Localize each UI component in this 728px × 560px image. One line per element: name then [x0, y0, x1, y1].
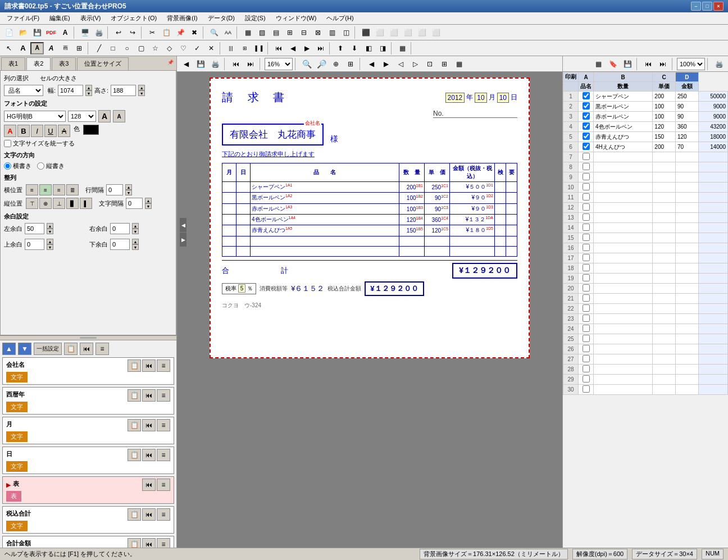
font-select[interactable]: HG明朝B — [4, 111, 66, 122]
tab-table2[interactable]: 表2 — [26, 57, 51, 70]
tb2-prev[interactable]: ⏮ — [272, 42, 285, 54]
ss-cell-d[interactable] — [698, 314, 727, 324]
tb-paste[interactable]: 📌 — [174, 26, 187, 39]
tb-search[interactable]: 🔍 — [207, 26, 221, 39]
ss-cell-c[interactable] — [675, 253, 698, 263]
ss-cell-c[interactable] — [675, 294, 698, 304]
v-align-mid[interactable]: ⊕ — [39, 198, 52, 209]
ss-cell-b[interactable] — [653, 193, 676, 203]
tb-split4[interactable]: ⬜ — [415, 26, 429, 39]
ss-cell-a[interactable] — [594, 304, 653, 314]
direction-vertical[interactable]: 縦書き — [37, 162, 65, 170]
rt-grid-btn[interactable]: ▦ — [592, 58, 605, 70]
ss-cell-b[interactable] — [653, 365, 676, 375]
ss-cell-c[interactable]: 250 — [675, 92, 698, 102]
canvas-bg-btn1[interactable]: ◀ — [365, 58, 378, 70]
tb-a[interactable]: A — [58, 26, 72, 39]
tab-table1[interactable]: 表1 — [1, 57, 25, 70]
ss-cell-a[interactable]: 4色ボールペン — [594, 122, 653, 132]
ss-row-print-checkbox[interactable] — [583, 345, 590, 352]
bp-item-total-btn2[interactable]: ⏮ — [142, 538, 156, 548]
ss-cell-d[interactable]: 43200 — [698, 122, 727, 132]
tb-open[interactable]: 📂 — [16, 26, 30, 39]
ss-row-print-checkbox[interactable] — [583, 355, 590, 362]
height-input[interactable] — [111, 85, 136, 96]
ss-cell-a[interactable] — [594, 213, 653, 223]
font-color-a-btn[interactable]: A — [4, 125, 16, 137]
font-bold-btn[interactable]: B — [17, 125, 30, 137]
tb-insert5[interactable]: ⊟ — [297, 26, 311, 39]
tb2-next2[interactable]: ⏭ — [314, 42, 327, 54]
ss-row-print-checkbox[interactable] — [583, 153, 590, 160]
ss-cell-b[interactable] — [653, 354, 676, 365]
ss-cell-b[interactable] — [653, 213, 676, 223]
ss-cell-a[interactable] — [594, 223, 653, 233]
ss-cell-a[interactable] — [594, 385, 653, 395]
tb-font[interactable]: AА — [221, 26, 235, 39]
ss-cell-c[interactable] — [675, 233, 698, 243]
bp-item-month-tag[interactable]: 文字 — [6, 431, 28, 442]
width-input[interactable] — [58, 85, 83, 96]
line-spacing-down-btn[interactable]: ▼ — [125, 190, 132, 195]
tb-split3[interactable]: ⬜ — [401, 26, 415, 39]
ss-cell-d[interactable] — [698, 223, 727, 233]
margin-bottom-up-btn[interactable]: ▲ — [132, 239, 139, 244]
bp-item-month-btn1[interactable]: 📋 — [128, 419, 141, 431]
ss-row-print-checkbox[interactable] — [583, 274, 590, 281]
height-up-btn[interactable]: ▲ — [138, 85, 145, 90]
tb2-nav4[interactable]: ◨ — [376, 42, 389, 54]
margin-left-down-btn[interactable]: ▼ — [47, 229, 53, 234]
ss-cell-a[interactable] — [594, 334, 653, 344]
tb2-roundrect[interactable]: ▢ — [134, 42, 148, 54]
ss-cell-a[interactable] — [594, 193, 653, 203]
margin-right-down-btn[interactable]: ▼ — [132, 229, 139, 234]
height-down-btn[interactable]: ▼ — [138, 90, 145, 96]
ss-cell-b[interactable] — [653, 233, 676, 243]
rt-bookmark-btn[interactable]: 🔖 — [606, 58, 620, 70]
tb-insert8[interactable]: ◫ — [339, 26, 353, 39]
tb-split2[interactable]: ⬜ — [387, 26, 401, 39]
margin-top-down-btn[interactable]: ▼ — [47, 244, 53, 250]
tb-print[interactable]: 🖨️ — [92, 26, 106, 39]
ss-row-print-checkbox[interactable] — [583, 264, 590, 271]
ss-cell-a[interactable] — [594, 263, 653, 274]
ss-cell-b[interactable]: 120 — [653, 122, 676, 132]
ss-cell-a[interactable] — [594, 203, 653, 213]
char-spacing-down-btn[interactable]: ▼ — [145, 203, 152, 209]
maximize-button[interactable]: □ — [702, 2, 712, 11]
tb2-diamond[interactable]: ◇ — [162, 42, 176, 54]
ss-row-print-checkbox[interactable] — [583, 254, 590, 261]
ss-cell-c[interactable] — [675, 243, 698, 253]
tb2-ellipse[interactable]: ○ — [120, 42, 134, 54]
char-spacing-up-btn[interactable]: ▲ — [145, 198, 152, 203]
tb2-table[interactable]: ⊞ — [72, 42, 86, 54]
menu-file[interactable]: ファイル(F) — [2, 13, 44, 24]
tb-split5[interactable]: ⬜ — [429, 26, 443, 39]
ss-cell-b[interactable] — [653, 375, 676, 385]
tb2-prev2[interactable]: ◀ — [286, 42, 299, 54]
ss-cell-b[interactable] — [653, 183, 676, 193]
ss-cell-c[interactable] — [675, 193, 698, 203]
ss-cell-b[interactable] — [653, 253, 676, 263]
ss-cell-c[interactable]: 360 — [675, 122, 698, 132]
rt-save-btn[interactable]: 💾 — [621, 58, 634, 70]
bp-btn2[interactable]: ⏮ — [80, 343, 93, 355]
ss-cell-c[interactable] — [675, 203, 698, 213]
tax-rate-value[interactable]: 5 — [238, 284, 246, 293]
bp-item-total-btn3[interactable]: ≡ — [157, 538, 170, 548]
ss-row-print-checkbox[interactable] — [583, 143, 590, 150]
tb2-qr[interactable]: ⊞ — [238, 42, 252, 54]
tb2-nav2[interactable]: ⬇ — [348, 42, 361, 54]
tb2-grid[interactable]: ▦ — [395, 42, 409, 54]
ss-cell-c[interactable] — [675, 334, 698, 344]
minimize-button[interactable]: – — [691, 2, 701, 11]
ss-row-print-checkbox[interactable] — [583, 224, 590, 231]
ss-cell-c[interactable] — [675, 183, 698, 193]
ss-cell-c[interactable]: 120 — [675, 132, 698, 142]
ss-cell-a[interactable] — [594, 274, 653, 284]
tb2-text3[interactable]: A — [44, 42, 58, 54]
ss-cell-a[interactable] — [594, 365, 653, 375]
ss-row-print-checkbox[interactable] — [583, 102, 590, 110]
bp-item-tax-btn1[interactable]: 📋 — [128, 508, 141, 521]
char-spacing-input[interactable] — [126, 198, 143, 209]
